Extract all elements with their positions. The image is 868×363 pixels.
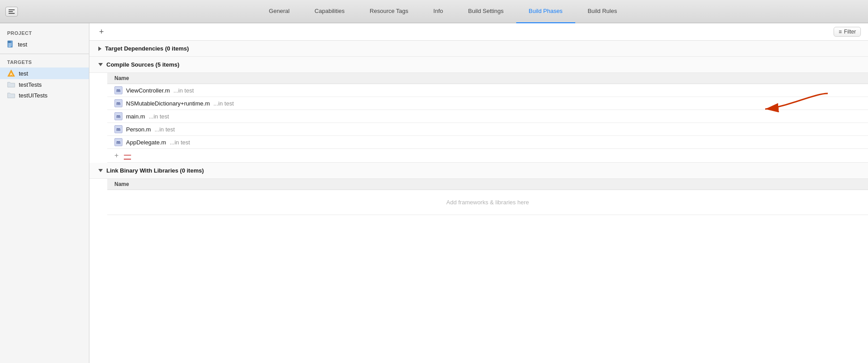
file-name: Person.m (126, 126, 151, 133)
target-testuitests-label: testUITests (19, 92, 47, 99)
file-icon-m: m (114, 125, 122, 133)
tab-build-phases[interactable]: Build Phases (516, 0, 575, 23)
compile-sources-header: Name (107, 73, 868, 84)
target-test-label: test (19, 70, 28, 77)
svg-rect-1 (8, 41, 11, 43)
filter-label: Filter (844, 29, 856, 35)
collapse-triangle-icon (98, 46, 101, 51)
filter-icon: ≡ (839, 29, 842, 35)
main-area: PROJECT test TARGETS A test (0, 23, 868, 363)
link-name-column-header: Name (114, 181, 129, 187)
table-row[interactable]: m AppDelegate.m ...in test (107, 136, 868, 149)
compile-sources-table: Name m ViewController.m ...in test m NSM… (107, 73, 868, 163)
sidebar: PROJECT test TARGETS A test (0, 23, 89, 363)
link-binary-title: Link Binary With Libraries (0 items) (106, 167, 204, 174)
add-file-button[interactable]: + (114, 152, 118, 159)
toolbar: General Capabilities Resource Tags Info … (0, 0, 868, 23)
file-name: NSMutableDictionary+runtime.m (126, 100, 210, 107)
file-name: AppDelegate.m (126, 139, 166, 146)
table-row[interactable]: m NSMutableDictionary+runtime.m ...in te… (107, 97, 868, 110)
file-target: ...in test (173, 87, 194, 94)
file-target: ...in test (155, 126, 175, 133)
sidebar-item-test[interactable]: A test (0, 68, 89, 79)
sidebar-item-project[interactable]: test (0, 38, 89, 50)
content-area: + ≡ Filter Target Dependencies (0 items)… (89, 23, 868, 363)
expand-triangle-icon-2 (98, 169, 103, 172)
file-target: ...in test (149, 113, 169, 120)
tab-capabilities[interactable]: Capabilities (302, 0, 357, 23)
file-target: ...in test (213, 100, 234, 107)
tab-general[interactable]: General (257, 0, 302, 23)
file-icon-m: m (114, 86, 122, 94)
table-actions: + — (107, 149, 868, 162)
folder-icon-1 (7, 81, 15, 88)
target-testtests-label: testTests (19, 81, 42, 88)
content-topbar: + ≡ Filter (89, 23, 868, 41)
table-row[interactable]: m main.m ...in test (107, 110, 868, 123)
sidebar-divider-1 (0, 54, 89, 54)
toggle-bars-icon (8, 9, 15, 14)
file-icon-m: m (114, 99, 122, 107)
project-icon (7, 40, 14, 48)
targets-section-label: TARGETS (0, 58, 89, 68)
name-column-header: Name (114, 75, 129, 81)
sidebar-item-testtests[interactable]: testTests (0, 79, 89, 90)
table-row[interactable]: m Person.m ...in test (107, 123, 868, 136)
add-phase-button[interactable]: + (97, 27, 106, 37)
compile-sources-title: Compile Sources (5 items) (106, 61, 179, 68)
sidebar-toggle-button[interactable] (5, 7, 18, 17)
file-target: ...in test (170, 139, 190, 146)
link-binary-header: Name (107, 179, 868, 190)
link-binary-hint: Add frameworks & libraries here (107, 190, 868, 215)
project-section-label: PROJECT (0, 29, 89, 38)
link-binary-table: Name Add frameworks & libraries here (107, 179, 868, 215)
link-binary-section[interactable]: Link Binary With Libraries (0 items) (89, 163, 868, 179)
tab-build-rules[interactable]: Build Rules (575, 0, 630, 23)
tab-resource-tags[interactable]: Resource Tags (357, 0, 421, 23)
project-item-label: test (18, 41, 27, 48)
file-icon-m: m (114, 138, 122, 146)
table-row[interactable]: m ViewController.m ...in test (107, 84, 868, 97)
expand-triangle-icon (98, 63, 103, 66)
tab-info[interactable]: Info (421, 0, 456, 23)
file-icon-m: m (114, 112, 122, 120)
filter-button[interactable]: ≡ Filter (834, 27, 861, 37)
target-dependencies-title: Target Dependencies (0 items) (105, 45, 189, 52)
target-icon: A (7, 69, 15, 77)
file-name: main.m (126, 113, 145, 120)
compile-sources-section[interactable]: Compile Sources (5 items) (89, 57, 868, 73)
folder-icon-2 (7, 92, 15, 99)
tab-bar: General Capabilities Resource Tags Info … (23, 0, 863, 23)
file-name: ViewController.m (126, 87, 170, 94)
svg-text:A: A (10, 72, 13, 76)
target-dependencies-section[interactable]: Target Dependencies (0 items) (89, 41, 868, 57)
sidebar-item-testuitests[interactable]: testUITests (0, 90, 89, 101)
tab-build-settings[interactable]: Build Settings (455, 0, 516, 23)
remove-file-button[interactable]: — (124, 152, 131, 160)
